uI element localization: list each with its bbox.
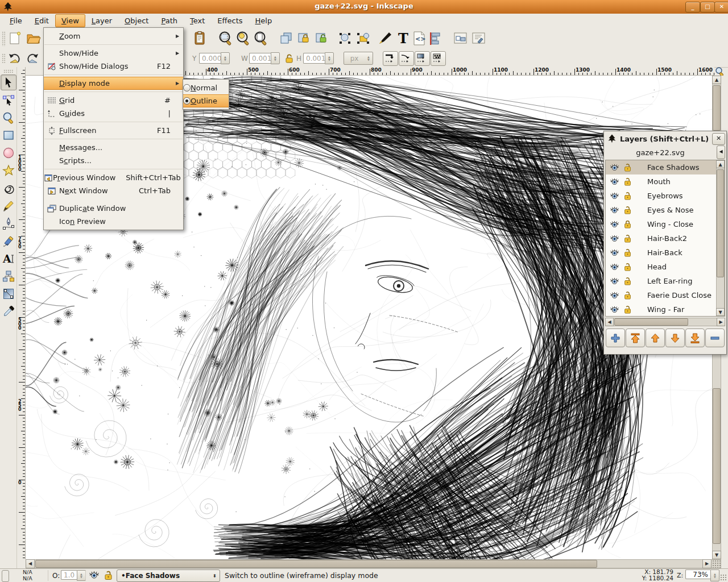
layer-visible-icon[interactable] (610, 291, 619, 300)
menu-item-grid[interactable]: Grid# (44, 94, 183, 107)
zoom-drawing-icon[interactable] (235, 30, 252, 47)
style-swatch[interactable] (2, 570, 9, 582)
current-layer-select[interactable]: •Face Shadows ⬍ (117, 569, 220, 582)
new-layer-button[interactable] (606, 329, 625, 347)
layer-row[interactable]: Faerie Dust Close (606, 288, 725, 302)
menu-item-previous-window[interactable]: Previous WindowShift+Ctrl+Tab (44, 171, 183, 184)
layer-visible-icon[interactable] (610, 234, 619, 243)
minimize-button[interactable]: _ (685, 2, 700, 13)
menu-path[interactable]: Path (155, 14, 184, 27)
layers-scroll-thumb[interactable] (717, 169, 724, 277)
zoom-page-icon[interactable] (253, 30, 270, 47)
layer-row[interactable]: Wing - Close (606, 217, 725, 231)
layers-list-scrollbar[interactable]: ▲ ▼ (716, 160, 725, 316)
connector-tool[interactable] (1, 268, 16, 284)
window-resize-grip[interactable] (720, 574, 727, 581)
toolbox-grip[interactable] (3, 69, 14, 73)
vertical-ruler[interactable]: 10007505002500 (17, 67, 26, 559)
layers-panel-collapse-button[interactable]: ◀ (717, 146, 725, 159)
menu-file[interactable]: File (3, 14, 28, 27)
text-dialog-icon[interactable]: T (395, 30, 411, 47)
scroll-down-arrow[interactable]: ▼ (716, 308, 725, 316)
paste-icon[interactable] (192, 30, 208, 47)
layer-row[interactable]: Hair-Back (606, 246, 725, 260)
layer-locked-icon[interactable] (623, 219, 632, 229)
layer-row[interactable]: Left Ear-ring (606, 274, 725, 288)
maximize-button[interactable]: □ (700, 2, 715, 13)
rotate-ccw-icon[interactable] (7, 52, 22, 65)
open-document-icon[interactable] (25, 30, 42, 47)
scrollbar-corner-grip[interactable] (712, 560, 721, 568)
pen-tool[interactable] (1, 215, 16, 231)
layer-unlocked-icon[interactable] (623, 290, 632, 300)
layer-visible-icon[interactable] (610, 277, 619, 285)
menu-item-normal[interactable]: Normal (183, 81, 229, 94)
menu-view[interactable]: View (55, 14, 85, 27)
preferences-icon[interactable] (470, 30, 487, 47)
corner-zoom-icon[interactable] (714, 66, 727, 76)
menu-help[interactable]: Help (249, 14, 279, 27)
lock-ratio-icon[interactable] (284, 52, 294, 65)
layers-hscroll-thumb[interactable] (614, 318, 688, 326)
layer-unlocked-icon[interactable] (623, 248, 632, 257)
scroll-up-arrow[interactable]: ▲ (716, 160, 725, 168)
menu-item-duplicate-window[interactable]: Duplicate Window (44, 202, 183, 215)
close-button[interactable]: ✕ (714, 2, 728, 13)
hscroll-thumb[interactable] (35, 560, 597, 568)
vscroll-thumb-top[interactable] (713, 85, 721, 131)
h-spinner[interactable]: ▲▼ (325, 52, 334, 64)
rotate-cw-icon[interactable] (26, 52, 40, 65)
node-tool[interactable] (1, 92, 16, 108)
canvas-hscrollbar[interactable]: ◀ ▶ (26, 559, 721, 568)
menu-item-fullscreen[interactable]: FullscreenF11 (44, 124, 183, 137)
xml-editor-icon[interactable]: <> (411, 30, 427, 47)
menu-edit[interactable]: Edit (28, 14, 55, 27)
scroll-left-arrow[interactable]: ◀ (605, 318, 614, 326)
layer-unlocked-icon[interactable] (623, 305, 632, 314)
align-dialog-icon[interactable] (427, 30, 443, 47)
h-field[interactable]: 0.001▲▼ (303, 52, 334, 65)
layer-visible-icon[interactable] (610, 206, 619, 214)
layer-row[interactable]: Head (606, 260, 725, 274)
menu-item-display-mode[interactable]: Display mode▶ (44, 77, 183, 90)
menu-layer[interactable]: Layer (85, 14, 118, 27)
zoom-selection-icon[interactable] (218, 30, 234, 47)
layer-unlocked-icon[interactable] (623, 191, 632, 201)
group-icon[interactable] (296, 30, 312, 47)
raise-layer-to-top-button[interactable] (626, 329, 645, 347)
spiral-tool[interactable] (1, 180, 16, 196)
layer-lock-icon[interactable] (104, 570, 113, 580)
fill-stroke-indicator[interactable]: N/A N/A (23, 569, 32, 581)
pencil-tool[interactable] (1, 198, 16, 214)
selector-tool[interactable] (1, 74, 16, 90)
dropper-tool[interactable] (1, 304, 16, 319)
menu-item-show-hide-dialogs[interactable]: Show/Hide DialogsF12 (44, 60, 183, 73)
layer-row[interactable]: Face Shadows (606, 160, 725, 174)
w-field[interactable]: 0.001▲▼ (249, 52, 280, 65)
layer-row[interactable]: Wing - Far (606, 302, 725, 317)
zoom-spinner[interactable]: ▲▼ (710, 569, 719, 581)
layer-visible-icon[interactable] (610, 305, 619, 314)
layer-visibility-icon[interactable] (89, 570, 100, 580)
unlink-clone-icon[interactable] (355, 30, 371, 47)
layer-unlocked-icon[interactable] (623, 177, 632, 186)
duplicate-icon[interactable] (278, 30, 295, 47)
menu-item-show-hide[interactable]: Show/Hide▶ (44, 47, 183, 60)
menu-object[interactable]: Object (118, 14, 155, 27)
transform-corners-toggle[interactable] (399, 51, 414, 66)
transform-gradient-toggle[interactable] (415, 51, 430, 66)
toolbar-grip[interactable] (2, 53, 6, 64)
menu-item-guides[interactable]: Guides| (44, 107, 183, 120)
scroll-right-arrow[interactable]: ▶ (717, 318, 725, 326)
lower-layer-to-bottom-button[interactable] (685, 329, 705, 347)
layer-row[interactable]: Eyebrows (606, 189, 725, 203)
menu-item-messages[interactable]: Messages... (44, 141, 183, 154)
layer-row[interactable]: Eyes & Nose (606, 203, 725, 217)
menu-item-scripts[interactable]: Scripts... (44, 154, 183, 167)
scroll-down-arrow[interactable]: ▼ (712, 551, 721, 559)
layer-visible-icon[interactable] (610, 192, 619, 200)
toolbar-grip[interactable] (2, 31, 6, 46)
scroll-left-arrow[interactable]: ◀ (26, 559, 35, 568)
layers-panel-close-button[interactable]: ✕ (712, 133, 725, 145)
layer-visible-icon[interactable] (610, 263, 619, 271)
